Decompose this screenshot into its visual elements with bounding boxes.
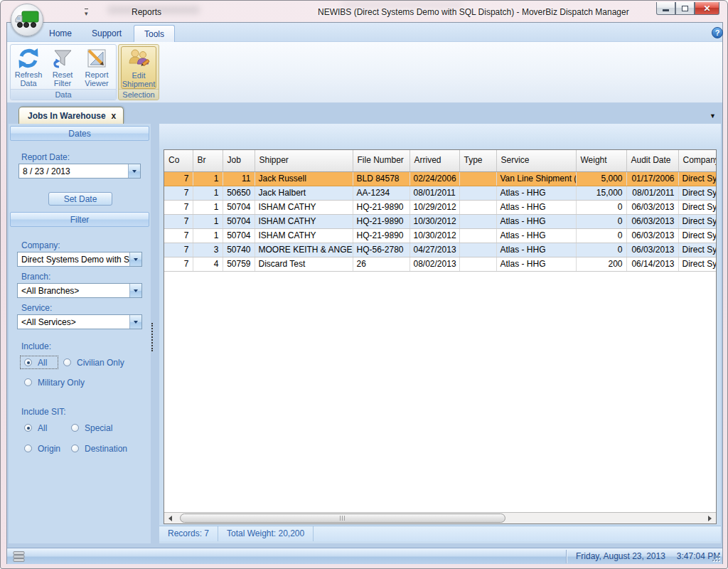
grid-cell: [459, 243, 496, 257]
minimize-button[interactable]: [656, 2, 675, 15]
document-tab-jobs-in-warehouse[interactable]: Jobs In Warehouse x: [18, 107, 124, 124]
table-row[interactable]: 7150704ISHAM CATHYHQ-21-989010/30/2012At…: [164, 228, 716, 243]
grid-cell: 02/24/2006: [410, 171, 459, 186]
quick-access-dropdown-icon[interactable]: ▾: [85, 9, 88, 17]
table-row[interactable]: 7111Jack RussellBLD 8457802/24/2006Van L…: [164, 171, 716, 186]
scrollbar-thumb[interactable]: [180, 514, 505, 523]
scroll-right-button[interactable]: [705, 513, 716, 523]
include-civilian-radio[interactable]: [63, 358, 71, 366]
jobs-grid: CoBrJobShipperFile NumberArrivedTypeServ…: [164, 149, 717, 524]
report-date-field[interactable]: 8 / 23 / 2013: [18, 164, 141, 179]
include-military-label[interactable]: Military Only: [38, 378, 85, 388]
grid-cell: 50759: [223, 257, 255, 271]
filter-reset-icon: [51, 47, 74, 70]
column-header[interactable]: Type: [459, 150, 496, 171]
chevron-down-icon[interactable]: [129, 284, 141, 297]
tab-tools[interactable]: Tools: [134, 25, 175, 42]
grid-cell: 4: [193, 257, 223, 271]
service-select[interactable]: <All Services>: [17, 314, 142, 329]
statusbar-separator: [566, 550, 567, 563]
filter-sidebar: Dates Report Date: 8 / 23 / 2013 Set Dat…: [9, 124, 151, 543]
help-button[interactable]: ?: [712, 27, 723, 38]
refresh-data-button[interactable]: Refresh Data: [12, 46, 45, 89]
include-all-label[interactable]: All: [38, 358, 47, 368]
tab-close-icon[interactable]: x: [112, 111, 117, 121]
grid-cell: Direct Sys: [678, 257, 716, 271]
records-count: Records: 7: [159, 526, 218, 541]
report-date-label: Report Date:: [21, 152, 70, 162]
client-area: Home Support Tools ? Refresh Data: [6, 22, 723, 564]
grid-cell: BLD 84578: [353, 171, 410, 186]
company-label: Company:: [21, 240, 60, 250]
horizontal-scrollbar[interactable]: [164, 512, 716, 523]
table-row[interactable]: 7150650Jack HalbertAA-123408/01/2011Atla…: [164, 186, 716, 200]
table-row[interactable]: 7450759Discard Test2608/02/2013Atlas - H…: [164, 257, 716, 271]
app-menu-button[interactable]: [11, 4, 43, 36]
column-header[interactable]: Weight: [576, 150, 626, 171]
chevron-down-icon[interactable]: [129, 315, 141, 329]
include-all-radio[interactable]: [24, 358, 32, 366]
calendar-dropdown-icon[interactable]: [128, 164, 140, 178]
include-civilian-label[interactable]: Civilian Only: [77, 358, 124, 368]
column-header[interactable]: Shipper: [255, 150, 353, 171]
dates-section-header: Dates: [10, 126, 149, 141]
set-date-button[interactable]: Set Date: [48, 192, 112, 206]
tab-home[interactable]: Home: [41, 25, 80, 42]
table-row[interactable]: 7350740MOORE KEITH & ANGELAHQ-56-278004/…: [164, 243, 716, 257]
grid-cell: 1: [193, 228, 223, 243]
table-row[interactable]: 7150704ISHAM CATHYHQ-21-989010/29/2012At…: [164, 200, 716, 214]
report-viewer-button[interactable]: Report Viewer: [80, 46, 113, 89]
maximize-icon: [682, 6, 688, 11]
column-header[interactable]: Arrived: [410, 150, 459, 171]
service-label: Service:: [21, 303, 52, 313]
column-header[interactable]: Co: [164, 150, 193, 171]
column-header[interactable]: Service: [496, 150, 576, 171]
edit-shipment-button[interactable]: Edit Shipment: [121, 46, 156, 89]
table-row[interactable]: 7150704ISHAM CATHYHQ-21-989010/30/2012At…: [164, 214, 716, 228]
grid-cell: HQ-56-2780: [353, 243, 410, 257]
sit-special-radio[interactable]: [71, 424, 79, 432]
grid-cell: HQ-21-9890: [353, 200, 410, 214]
grid-cell: Atlas - HHG: [496, 186, 576, 200]
include-sit-label: Include SIT:: [21, 407, 66, 417]
grid-cell: 1: [193, 171, 223, 186]
sit-origin-label[interactable]: Origin: [38, 444, 60, 454]
database-icon[interactable]: [13, 551, 26, 563]
column-header[interactable]: Job: [223, 150, 255, 171]
grid-cell: Atlas - HHG: [496, 214, 576, 228]
grid-cell: Direct Sys: [678, 214, 716, 228]
close-button[interactable]: ✕: [695, 2, 719, 15]
grid-cell: Direct Sys: [678, 243, 716, 257]
grid-cell: Atlas - HHG: [496, 243, 576, 257]
sit-destination-label[interactable]: Destination: [85, 444, 127, 454]
branch-select[interactable]: <All Branches>: [17, 283, 142, 298]
tab-support[interactable]: Support: [84, 25, 129, 42]
reset-filter-button[interactable]: Reset Filter: [46, 46, 79, 89]
tab-list-dropdown-icon[interactable]: ▼: [710, 112, 716, 119]
grid-cell: 3: [193, 243, 223, 257]
grid-cell: Jack Russell: [255, 171, 353, 186]
grid-cell: 50704: [223, 214, 255, 228]
title-bar[interactable]: Reports NEWIBS (Direct Systems Demo with…: [1, 1, 728, 22]
sit-destination-radio[interactable]: [71, 445, 79, 452]
grid-cell: 15,000: [576, 186, 626, 200]
company-select[interactable]: Direct Systems Demo with SQL D: [17, 252, 142, 267]
sit-origin-radio[interactable]: [24, 445, 32, 452]
grid-cell: AA-1234: [353, 186, 410, 200]
sit-special-label[interactable]: Special: [85, 423, 112, 433]
include-military-radio[interactable]: [24, 378, 32, 386]
scroll-left-button[interactable]: [164, 513, 176, 523]
chevron-down-icon[interactable]: [129, 252, 141, 266]
maximize-button[interactable]: [675, 2, 695, 15]
sidebar-splitter-handle[interactable]: [151, 323, 153, 351]
column-header[interactable]: Audit Date: [626, 150, 678, 171]
group-caption-selection: Selection: [119, 89, 159, 100]
resize-grip[interactable]: [711, 553, 719, 561]
column-header[interactable]: Company: [678, 150, 716, 171]
grid-cell: 7: [164, 257, 193, 271]
column-header[interactable]: Br: [193, 150, 223, 171]
column-header[interactable]: File Number: [353, 150, 410, 171]
grid-cell: MOORE KEITH & ANGELA: [255, 243, 353, 257]
sit-all-radio[interactable]: [24, 424, 32, 432]
sit-all-label[interactable]: All: [38, 423, 47, 433]
